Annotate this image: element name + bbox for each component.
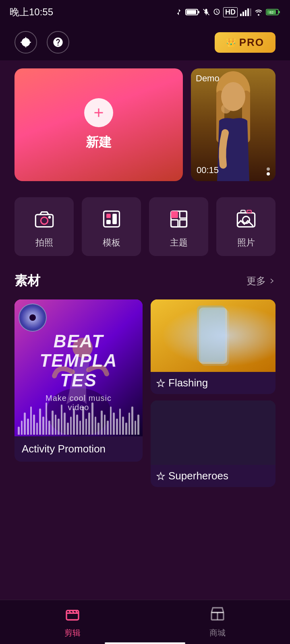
svg-rect-6 [245,10,246,16]
svg-rect-27 [171,211,178,218]
help-icon [52,37,64,48]
svg-rect-25 [106,220,111,224]
svg-rect-41 [201,310,229,366]
demo-label: Demo [196,73,220,84]
plus-icon [91,105,106,120]
alarm-icon [213,8,221,16]
help-button[interactable] [47,31,69,54]
svg-rect-4 [240,14,242,16]
mute-icon [202,8,210,16]
camera-icon [34,208,55,229]
beat-subtitle: Make cool musicvideo [14,394,143,412]
material-thumb-flashing [151,299,276,372]
pro-label: PRO [239,36,264,49]
status-icons: HD 82 [175,7,280,17]
header: 👑 PRO [0,24,290,60]
wifi-icon [254,8,263,16]
main-content: 新建 [0,60,290,487]
material-name-activity: Activity Promotion [22,443,106,455]
camera-icon-container [32,207,56,231]
svg-text:82: 82 [269,10,273,14]
svg-point-20 [41,217,48,224]
chevron-right-icon [268,277,276,285]
svg-rect-23 [106,214,111,218]
svg-rect-7 [247,8,249,16]
status-time: 晚上10:55 [10,6,53,19]
material-card-superheroes[interactable]: Superheroes [151,400,276,487]
bottom-nav: 剪辑 商城 [0,600,290,644]
new-project-label: 新建 [86,134,112,151]
action-camera[interactable]: 拍照 [14,197,74,256]
pro-button[interactable]: 👑 PRO [215,32,276,53]
crown-icon: 👑 [226,37,236,47]
signal1-icon [240,8,251,16]
materials-section-header: 素材 更多 [14,272,276,290]
more-label: 更多 [246,275,266,287]
demo-thumbnail [191,68,276,181]
flashing-bg [151,299,276,372]
demo-card[interactable]: Demo 00:15 [191,68,276,181]
template-icon-container [99,207,124,231]
nav-store-label: 商城 [209,627,226,638]
dot-2 [267,172,270,175]
nav-edit[interactable]: 剪辑 [0,600,145,644]
materials-grid: BEATTEMPLATES Make cool musicvideo Activ… [14,299,276,487]
material-name-flashing: Flashing [168,377,208,389]
quick-actions: 拍照 模板 [14,197,276,256]
svg-rect-38 [151,299,276,372]
store-nav-icon [209,606,226,622]
svg-rect-8 [250,8,251,16]
settings-button[interactable] [14,31,37,54]
svg-rect-34 [247,210,251,213]
material-card-activity[interactable]: BEATTEMPLATES Make cool musicvideo Activ… [14,299,143,462]
svg-rect-40 [197,305,225,362]
superheroes-star-icon [156,472,165,481]
photo-icon-container [234,207,258,231]
material-thumb-superheroes [151,400,276,465]
svg-point-21 [48,216,51,219]
demo-dots [267,167,270,175]
project-row: 新建 [14,68,276,181]
hd-badge: HD [223,7,238,17]
nav-store[interactable]: 商城 [145,600,290,644]
material-left-column: BEATTEMPLATES Make cool musicvideo Activ… [14,299,143,487]
svg-rect-43 [151,400,276,465]
status-bar: 晚上10:55 HD [0,0,290,24]
more-link[interactable]: 更多 [246,275,276,287]
edit-nav-icon [64,606,81,622]
svg-rect-2 [198,11,199,13]
store-icon [209,606,226,625]
action-camera-label: 拍照 [35,237,53,249]
superheroes-star-svg [156,472,165,481]
action-theme[interactable]: 主题 [149,197,208,256]
battery-icon: 82 [266,8,280,16]
action-theme-label: 主题 [170,237,188,249]
svg-point-18 [221,104,231,114]
material-right-column: Flashing [151,299,276,487]
material-thumb-activity: BEATTEMPLATES Make cool musicvideo [14,299,143,436]
action-template[interactable]: 模板 [82,197,141,256]
waveform [14,420,143,436]
cd-icon [19,303,47,332]
star-svg [156,379,165,388]
plus-circle [84,98,113,127]
header-left [14,31,69,54]
nav-indicator [105,642,185,644]
flashing-tag-row: Flashing [151,372,276,394]
superheroes-bg [151,400,276,465]
star-icon [156,379,165,388]
svg-rect-22 [104,211,119,227]
superheroes-tag-row: Superheroes [151,465,276,487]
scissors-icon [64,606,81,625]
beat-text: BEATTEMPLATES [14,332,143,390]
battery-circle-icon [185,8,200,16]
svg-rect-1 [186,10,196,14]
new-project-card[interactable]: 新建 [14,68,183,181]
material-card-flashing[interactable]: Flashing [151,299,276,394]
material-info-activity: Activity Promotion [14,436,143,462]
action-photo[interactable]: 照片 [216,197,276,256]
svg-rect-5 [242,12,244,16]
svg-rect-28 [180,211,186,218]
materials-title: 素材 [14,272,40,290]
settings-icon [20,37,31,48]
